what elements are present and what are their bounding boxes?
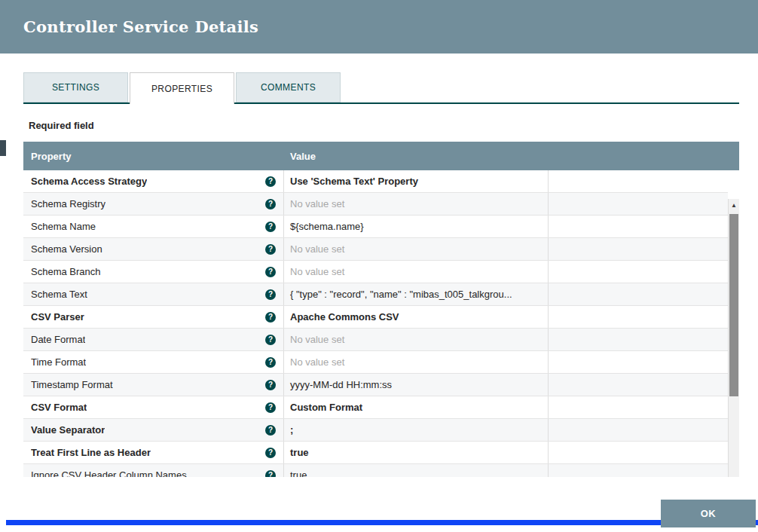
empty-cell: [549, 261, 728, 283]
property-name-cell: Schema Name?: [23, 216, 284, 237]
property-value: ;: [290, 424, 293, 436]
table-row: Schema Name?${schema.name}: [23, 216, 728, 238]
table-row: Schema Text?{ "type" : "record", "name" …: [23, 283, 728, 306]
scrollbar[interactable]: ▲ ▼: [728, 199, 739, 477]
tab-settings[interactable]: SETTINGS: [23, 72, 128, 102]
table-body-viewport: Schema Access Strategy?Use 'Schema Text'…: [23, 170, 739, 477]
property-name: Schema Text: [31, 289, 87, 300]
property-name: Ignore CSV Header Column Names: [31, 469, 187, 477]
properties-table: Property Value Schema Access Strategy?Us…: [23, 142, 739, 477]
dialog-title: Controller Service Details: [23, 0, 258, 54]
help-icon[interactable]: ?: [265, 357, 276, 368]
table-header: Property Value: [23, 142, 739, 170]
scroll-up-icon[interactable]: ▲: [729, 199, 739, 212]
property-name-cell: CSV Parser?: [23, 306, 284, 328]
help-icon[interactable]: ?: [265, 470, 276, 478]
property-name-cell: Value Separator?: [23, 419, 284, 441]
property-name: Time Format: [31, 356, 86, 368]
property-value-cell: ${schema.name}: [284, 216, 549, 237]
table-body: Schema Access Strategy?Use 'Schema Text'…: [23, 170, 728, 477]
tab-properties[interactable]: PROPERTIES: [130, 72, 234, 104]
help-icon[interactable]: ?: [265, 289, 276, 300]
property-value: No value set: [290, 356, 344, 368]
property-value-cell: No value set: [284, 193, 549, 215]
property-value-cell: { "type" : "record", "name" : "mibas_t00…: [284, 283, 549, 305]
property-value-cell: No value set: [284, 329, 549, 350]
property-name: CSV Parser: [31, 311, 84, 323]
help-icon[interactable]: ?: [265, 380, 276, 390]
property-value-cell: Use 'Schema Text' Property: [284, 170, 549, 192]
property-value: No value set: [290, 266, 344, 277]
property-name-cell: Schema Branch?: [23, 261, 284, 283]
column-header-value: Value: [284, 142, 739, 170]
empty-cell: [549, 351, 728, 373]
property-value: Use 'Schema Text' Property: [290, 176, 418, 187]
property-name: Timestamp Format: [31, 379, 113, 390]
property-name: Schema Registry: [31, 198, 105, 209]
empty-cell: [549, 419, 728, 441]
tab-bar: SETTINGS PROPERTIES COMMENTS: [23, 72, 341, 102]
property-value-cell: true: [284, 442, 549, 463]
table-row: Value Separator?;: [23, 419, 728, 442]
property-value-cell: Custom Format: [284, 396, 549, 418]
help-icon[interactable]: ?: [265, 448, 276, 458]
required-field-hint: Required field: [29, 120, 94, 131]
property-name: CSV Format: [31, 402, 87, 413]
property-name-cell: Schema Text?: [23, 283, 284, 305]
property-value-cell: No value set: [284, 261, 549, 283]
table-row: Treat First Line as Header?true: [23, 442, 728, 464]
property-value: No value set: [290, 198, 344, 209]
property-name-cell: Ignore CSV Header Column Names?: [23, 464, 284, 477]
property-value-cell: No value set: [284, 351, 549, 373]
table-row: Schema Registry?No value set: [23, 193, 728, 216]
help-icon[interactable]: ?: [265, 176, 276, 187]
property-value: true: [290, 469, 307, 477]
property-value: Apache Commons CSV: [290, 311, 399, 323]
table-row: Date Format?No value set: [23, 329, 728, 351]
scrollbar-thumb[interactable]: [729, 214, 738, 396]
help-icon[interactable]: ?: [265, 222, 276, 232]
property-value: { "type" : "record", "name" : "mibas_t00…: [290, 289, 512, 300]
property-value: No value set: [290, 243, 344, 255]
property-value: ${schema.name}: [290, 221, 364, 232]
help-icon[interactable]: ?: [265, 312, 276, 323]
help-icon[interactable]: ?: [265, 244, 276, 255]
empty-cell: [549, 238, 728, 260]
property-name: Schema Branch: [31, 266, 101, 277]
property-name: Value Separator: [31, 424, 105, 436]
table-row: CSV Format?Custom Format: [23, 396, 728, 419]
property-name-cell: Schema Access Strategy?: [23, 170, 284, 192]
property-value: true: [290, 447, 309, 458]
table-row: Timestamp Format?yyyy-MM-dd HH:mm:ss: [23, 374, 728, 396]
help-icon[interactable]: ?: [265, 267, 276, 277]
dialog-header: Controller Service Details: [0, 0, 758, 54]
property-name: Date Format: [31, 334, 85, 345]
property-value: Custom Format: [290, 402, 362, 413]
property-name-cell: Timestamp Format?: [23, 374, 284, 396]
selection-strip: [6, 520, 758, 525]
empty-cell: [549, 396, 728, 418]
help-icon[interactable]: ?: [265, 335, 276, 345]
property-value-cell: Apache Commons CSV: [284, 306, 549, 328]
property-name-cell: Date Format?: [23, 329, 284, 350]
table-row: Ignore CSV Header Column Names?true: [23, 464, 728, 477]
ok-button[interactable]: OK: [661, 500, 756, 527]
empty-cell: [549, 464, 728, 477]
property-value-cell: No value set: [284, 238, 549, 260]
tab-comments[interactable]: COMMENTS: [236, 72, 341, 102]
property-name: Schema Name: [31, 221, 96, 232]
empty-cell: [549, 329, 728, 350]
property-name: Treat First Line as Header: [31, 447, 151, 458]
help-icon[interactable]: ?: [265, 425, 276, 436]
help-icon[interactable]: ?: [265, 199, 276, 209]
property-value-cell: yyyy-MM-dd HH:mm:ss: [284, 374, 549, 396]
property-name-cell: CSV Format?: [23, 396, 284, 418]
property-value: yyyy-MM-dd HH:mm:ss: [290, 379, 392, 390]
empty-cell: [549, 283, 728, 305]
empty-cell: [549, 170, 728, 192]
property-value: No value set: [290, 334, 344, 345]
table-row: Schema Version?No value set: [23, 238, 728, 261]
property-name-cell: Time Format?: [23, 351, 284, 373]
property-name-cell: Treat First Line as Header?: [23, 442, 284, 463]
help-icon[interactable]: ?: [265, 402, 276, 413]
